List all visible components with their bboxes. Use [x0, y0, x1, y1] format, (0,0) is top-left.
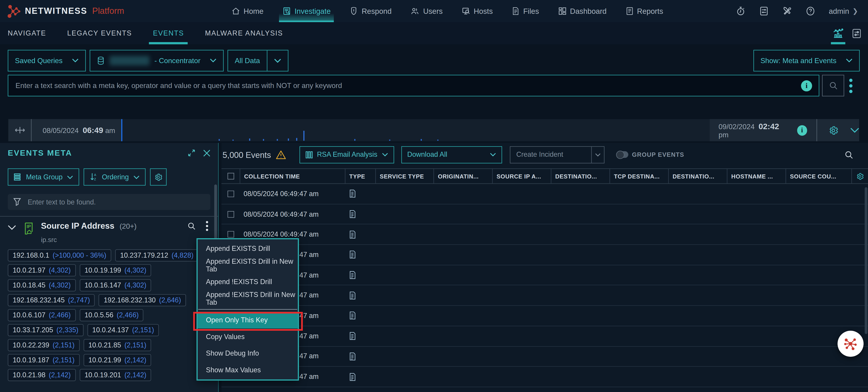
drag-handle-icon[interactable]: [8, 126, 31, 134]
nav-item-hosts[interactable]: Hosts: [462, 0, 493, 22]
event-row[interactable]: 08/05/2024 06:49:47 am: [221, 285, 868, 306]
meta-value[interactable]: 10.0.22.239: [13, 341, 49, 349]
column-header[interactable]: SERVICE TYPE: [375, 169, 433, 183]
event-row[interactable]: 08/05/2024 06:49:47 am: [221, 306, 868, 326]
column-header[interactable]: SOURCE IP A...: [492, 169, 551, 183]
meta-value-count[interactable]: (>100,000 - 36%): [53, 251, 106, 259]
events-search-icon[interactable]: [844, 150, 868, 159]
tools-icon[interactable]: [782, 6, 792, 16]
meta-value-count[interactable]: (4,302): [49, 281, 71, 289]
meta-value[interactable]: 10.0.18.45: [13, 281, 45, 289]
feedback-fab-button[interactable]: [837, 331, 864, 357]
meta-value-chip[interactable]: 10.0.21.97(4,302): [8, 264, 75, 276]
meta-settings-gear-icon[interactable]: [150, 168, 166, 185]
meta-value-chip[interactable]: 10.237.179.212(4,828): [115, 249, 198, 262]
meta-value-chip[interactable]: 10.33.17.205(2,335): [8, 324, 84, 336]
events-chart-view-icon[interactable]: [832, 22, 844, 44]
show-meta-events-dropdown[interactable]: Show: Meta and Events: [753, 50, 860, 71]
meta-value[interactable]: 10.0.6.107: [13, 311, 45, 319]
meta-value-chip[interactable]: 10.0.22.239(2,151): [8, 339, 80, 351]
query-info-icon[interactable]: i: [801, 80, 812, 91]
tab-legacy-events[interactable]: LEGACY EVENTS: [67, 22, 132, 44]
meta-group-dropdown[interactable]: Meta Group: [8, 168, 79, 185]
column-header[interactable]: COLLECTION TIME: [240, 169, 345, 183]
meta-value-count[interactable]: (2,142): [124, 356, 146, 364]
nav-item-dashboard[interactable]: Dashboard: [558, 0, 607, 22]
event-row[interactable]: 08/05/2024 06:49:47 am: [221, 224, 868, 245]
meta-value-count[interactable]: (2,151): [53, 341, 74, 349]
meta-value-count[interactable]: (2,466): [117, 311, 138, 319]
column-header[interactable]: TYPE: [345, 169, 375, 183]
meta-value-chip[interactable]: 10.0.21.99(2,142): [84, 354, 151, 366]
event-row[interactable]: 08/05/2024 06:49:47 am: [221, 326, 868, 346]
time-range-chevron[interactable]: [267, 50, 287, 71]
ordering-dropdown[interactable]: AZ Ordering: [84, 168, 145, 185]
timeline-info-icon[interactable]: i: [797, 125, 807, 135]
meta-value[interactable]: 192.168.232.145: [13, 296, 65, 304]
meta-value-count[interactable]: (4,302): [124, 267, 146, 274]
meta-value-chip[interactable]: 10.0.19.199(4,302): [80, 264, 151, 276]
brand-logo[interactable]: NETWITNESSPlatform: [0, 4, 166, 18]
context-menu-item[interactable]: Append EXISTS Drill: [197, 240, 298, 257]
context-menu-item[interactable]: Append !EXISTS Drill: [197, 274, 298, 290]
tab-malware-analysis[interactable]: MALWARE ANALYSIS: [205, 22, 283, 44]
meta-value-count[interactable]: (2,747): [68, 296, 90, 304]
meta-value[interactable]: 192.168.0.1: [13, 251, 49, 259]
query-search-input[interactable]: [8, 82, 819, 90]
download-all-dropdown[interactable]: Download All: [401, 146, 502, 163]
column-header[interactable]: SOURCE COU...: [785, 169, 841, 183]
timeline-collapse-chevron-icon[interactable]: [850, 127, 859, 133]
nav-item-respond[interactable]: Respond: [349, 0, 392, 22]
tab-events[interactable]: EVENTS: [153, 22, 184, 44]
event-row[interactable]: 08/05/2024 06:49:47 am: [221, 204, 868, 224]
meta-value-count[interactable]: (2,151): [132, 326, 154, 334]
column-header[interactable]: HOSTNAME ...: [727, 169, 786, 183]
key-search-icon[interactable]: [187, 222, 196, 231]
meta-value-count[interactable]: (2,142): [49, 371, 71, 379]
row-checkbox[interactable]: [221, 190, 240, 197]
panel-settings-icon[interactable]: [851, 22, 862, 44]
meta-value-chip[interactable]: 192.168.0.1(>100,000 - 36%): [8, 249, 111, 262]
end-datetime[interactable]: 09/02/2024 02:42 pm: [719, 122, 789, 139]
timeline-cursor[interactable]: [121, 119, 122, 141]
select-all-checkbox[interactable]: [221, 169, 240, 183]
meta-value[interactable]: 10.0.19.201: [85, 371, 121, 379]
meta-value-count[interactable]: (4,302): [124, 281, 146, 289]
meta-value-chip[interactable]: 10.0.21.98(2,142): [8, 369, 75, 381]
event-row[interactable]: 08/05/2024 06:49:47 am: [221, 245, 868, 265]
context-menu-item[interactable]: Append !EXISTS Drill in New Tab: [197, 290, 298, 307]
key-options-kebab-icon[interactable]: [206, 221, 208, 231]
context-menu-item[interactable]: Copy Values: [197, 328, 298, 345]
meta-value[interactable]: 10.0.19.199: [85, 267, 121, 274]
event-row[interactable]: 08/05/2024 06:49:47 am: [221, 367, 868, 387]
close-panel-icon[interactable]: [203, 149, 211, 156]
context-menu-item[interactable]: Append EXISTS Drill in New Tab: [197, 257, 298, 273]
meta-value-count[interactable]: (2,142): [124, 371, 146, 379]
meta-filter-input[interactable]: [27, 198, 205, 206]
collapse-key-chevron-icon[interactable]: [8, 225, 16, 230]
start-datetime[interactable]: 08/05/2024 06:49 am: [43, 126, 115, 134]
time-range-value[interactable]: All Data: [228, 50, 267, 71]
event-row[interactable]: 08/05/2024 06:49:47 am: [221, 184, 868, 204]
meta-value[interactable]: 192.168.232.130: [104, 296, 156, 304]
meta-value[interactable]: 10.0.21.85: [88, 341, 121, 349]
meta-value[interactable]: 10.0.16.147: [85, 281, 121, 289]
tab-navigate[interactable]: NAVIGATE: [8, 22, 46, 44]
context-menu-item[interactable]: Show Max Values: [197, 362, 298, 378]
meta-value[interactable]: 10.237.179.212: [120, 251, 168, 259]
event-row[interactable]: 08/05/2024 06:49:47 am: [221, 346, 868, 367]
warning-icon[interactable]: [276, 150, 286, 159]
preferences-icon[interactable]: [759, 6, 769, 16]
meta-value-chip[interactable]: 10.0.18.45(4,302): [8, 279, 75, 291]
meta-value[interactable]: 10.0.21.98: [13, 371, 45, 379]
meta-value[interactable]: 10.0.21.99: [88, 356, 121, 364]
context-menu-item[interactable]: Show Debug Info: [197, 345, 298, 362]
column-header[interactable]: ORIGINATIN...: [434, 169, 492, 183]
meta-value[interactable]: 10.0.19.187: [13, 356, 49, 364]
help-icon[interactable]: [806, 6, 815, 16]
expand-panel-icon[interactable]: [188, 149, 195, 157]
meta-value[interactable]: 10.0.5.56: [85, 311, 114, 319]
nav-item-files[interactable]: Files: [512, 0, 539, 22]
column-header[interactable]: DESTINATIO...: [668, 169, 727, 183]
meta-value-count[interactable]: (2,335): [57, 326, 79, 334]
